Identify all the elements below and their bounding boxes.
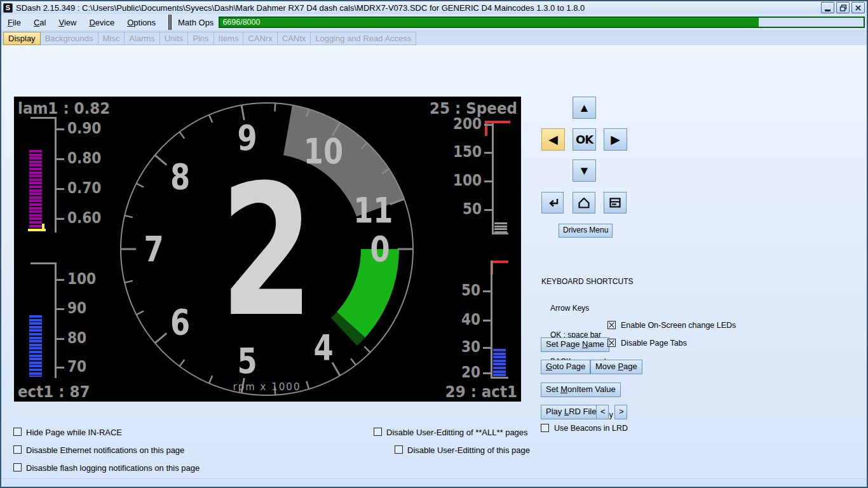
ect1-bar [29,315,42,377]
content-area: lam1 : 0.82 0.90 0.80 0.70 0.60 100 90 8… [1,45,867,479]
set-page-name-button[interactable]: Set Page Name [541,337,609,352]
act1-axis-base [491,377,508,379]
tab-pins[interactable]: Pins [187,32,214,45]
ect1-tick-label: 100 [67,270,96,288]
lrd-prev-button[interactable]: < [596,405,609,419]
nav-up-button[interactable]: ▲ [573,97,596,119]
bottom-strip [1,478,867,487]
right-arrow-icon: ▶ [611,132,620,147]
back-icon [545,195,560,210]
hide-page-label[interactable]: Hide Page while IN-RACE [26,428,122,437]
down-arrow-icon: ▼ [578,164,590,178]
tachometer-dial[interactable]: 045678910112rpm x 1000 [114,97,419,402]
nav-right-button[interactable]: ▶ [604,128,627,151]
lam1-tick-label: 0.80 [67,149,101,167]
speed-tick-label: 50 [447,200,482,218]
math-ops-progress: 6696/8000 [219,17,865,28]
tab-bar: Display Backgrounds Misc Alarms Units Pi… [1,31,867,45]
shortcuts-title: KEYBOARD SHORTCUTS [541,277,633,286]
math-ops-progress-fill [220,18,759,27]
tab-canrx[interactable]: CANrx [243,32,277,45]
disable-edit-all-checkbox[interactable] [374,428,382,436]
close-button[interactable] [851,2,865,13]
goto-page-button[interactable]: Goto Page [541,360,590,374]
nav-left-button[interactable]: ◀ [541,128,565,151]
tab-misc[interactable]: Misc [98,32,125,45]
restore-icon [839,4,847,11]
menu-view[interactable]: View [52,18,83,27]
enable-leds-label[interactable]: Enable On-Screen change LEDs [621,321,736,330]
speed-bar [494,222,507,233]
left-arrow-icon: ◀ [548,132,558,147]
drivers-menu-button[interactable]: Drivers Menu [559,224,613,238]
speed-tick-label: 150 [447,143,482,161]
disable-page-tabs-label[interactable]: Disable Page Tabs [621,339,687,348]
math-ops-label: Math Ops [175,18,219,27]
speed-axis-base [492,233,508,234]
menu-file[interactable]: File [1,18,27,27]
play-lrd-file-button[interactable]: Play LRD File [541,405,601,419]
disable-edit-page-checkbox[interactable] [395,445,403,454]
menu-cal[interactable]: Cal [27,18,53,27]
nav-back-button[interactable] [541,192,564,214]
dial-unit-label: rpm x 1000 [233,381,301,393]
speed-max-marker [485,121,510,123]
tab-logging[interactable]: Logging and Read Access [310,32,416,45]
tab-units[interactable]: Units [159,32,189,45]
act1-axis [491,261,492,378]
menu-device[interactable]: Device [83,18,121,27]
menu-bar: File Cal View Device Options Math Ops 66… [1,14,867,31]
restore-button[interactable] [836,2,850,13]
tab-backgrounds[interactable]: Backgrounds [40,32,98,45]
ect1-tick-label: 90 [67,299,86,317]
tab-items[interactable]: Items [214,32,244,45]
speed-tick-label: 100 [447,172,482,189]
up-arrow-icon: ▲ [578,101,590,115]
nav-home-button[interactable] [573,192,595,214]
set-monitem-value-button[interactable]: Set MonItem Value [541,383,621,397]
lam1-bar [29,150,42,227]
dial-number: 11 [353,190,393,231]
act1-tick-label: 50 [446,281,480,299]
lam1-axis-cap [31,117,57,119]
minimize-button[interactable] [821,2,834,13]
disable-flash-logging-label[interactable]: Disasble flash logging notifications on … [26,463,200,473]
menu-separator [168,15,172,30]
nav-down-button[interactable]: ▼ [573,159,596,182]
move-page-button[interactable]: Move Page [590,360,642,374]
dial-number: 7 [144,228,163,269]
nav-ok-button[interactable]: OK [573,128,596,151]
tab-alarms[interactable]: Alarms [124,32,159,45]
disable-page-tabs-checkbox[interactable] [607,339,616,347]
use-beacons-label[interactable]: Use Beacons in LRD [554,424,628,433]
ect1-tick-label: 70 [67,358,86,376]
disable-ethernet-checkbox[interactable] [13,445,22,454]
speed-max-marker [485,121,487,136]
lam1-min-marker [42,224,44,231]
disable-flash-logging-checkbox[interactable] [13,463,22,471]
disable-edit-page-label[interactable]: Disable User-Editting of this page [407,445,530,455]
hide-page-checkbox[interactable] [13,428,22,436]
window-title: SDash 2.15.349 : C:\Users\Public\Documen… [16,3,819,13]
math-ops-progress-text: 6696/8000 [222,18,260,27]
menu-options[interactable]: Options [121,18,162,27]
close-icon [855,4,862,11]
dial-number: 6 [170,301,190,342]
enable-leds-checkbox[interactable] [607,321,616,329]
tab-cantx[interactable]: CANtx [277,32,311,45]
dash-display-preview[interactable]: lam1 : 0.82 0.90 0.80 0.70 0.60 100 90 8… [14,97,521,402]
lam1-tick-label: 0.60 [67,209,101,227]
act1-bar [493,349,506,377]
speed-tick-label: 200 [447,115,482,133]
disable-ethernet-label[interactable]: Disasble Ethernet notifications on this … [26,445,184,455]
nav-menu-button[interactable] [604,192,627,214]
menu-icon [607,195,623,210]
home-icon [576,195,592,210]
disable-edit-all-label[interactable]: Disable User-Editting of **ALL** pages [386,428,528,437]
dial-number: 4 [313,327,333,368]
lrd-next-button[interactable]: > [614,405,627,419]
use-beacons-checkbox[interactable] [541,424,549,432]
tab-display[interactable]: Display [3,32,41,45]
gear-indicator: 2 [220,146,314,356]
lam1-readout: lam1 : 0.82 [18,99,110,118]
